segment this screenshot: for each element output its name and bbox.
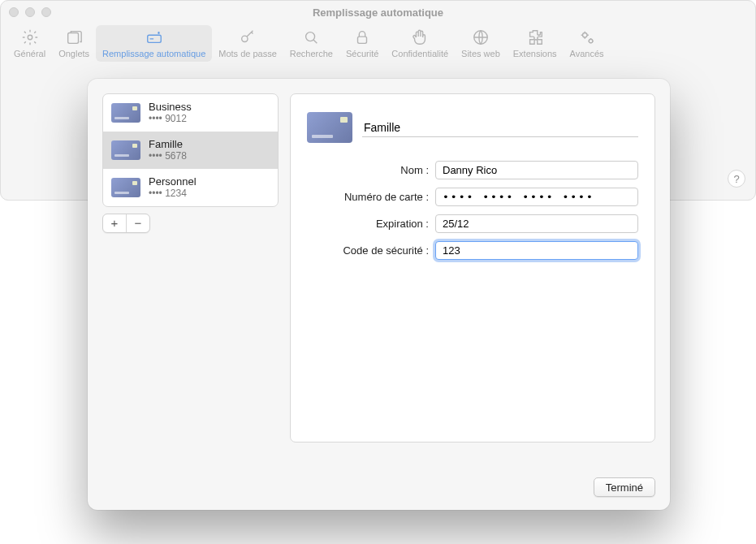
done-button[interactable]: Terminé: [594, 477, 655, 497]
card-title: Famille: [149, 139, 187, 151]
card-list-item-famille[interactable]: Famille •••• 5678: [103, 132, 278, 169]
credit-cards-sheet: Business •••• 9012 Famille •••• 5678 Per…: [88, 79, 670, 510]
credit-card-icon: [111, 140, 140, 160]
credit-card-icon: [307, 112, 352, 143]
card-masked-number: •••• 1234: [149, 188, 197, 200]
card-list-item-business[interactable]: Business •••• 9012: [103, 94, 278, 132]
remove-card-button[interactable]: −: [127, 214, 149, 232]
credit-card-icon: [111, 103, 140, 123]
card-list-item-personnel[interactable]: Personnel •••• 1234: [103, 169, 278, 206]
security-code-field[interactable]: [435, 241, 638, 260]
card-number-label: Numéro de carte :: [307, 191, 429, 203]
card-masked-number: •••• 5678: [149, 151, 187, 162]
card-masked-number: •••• 9012: [149, 114, 192, 125]
add-remove-control: + −: [102, 214, 150, 233]
card-title: Business: [149, 101, 192, 114]
card-list[interactable]: Business •••• 9012 Famille •••• 5678 Per…: [102, 93, 279, 207]
expiration-label: Expiration :: [307, 218, 429, 230]
add-card-button[interactable]: +: [103, 214, 126, 232]
cardholder-name-field[interactable]: [435, 161, 638, 179]
cardholder-name-label: Nom :: [307, 164, 429, 176]
card-detail-panel: Nom : Numéro de carte : Expiration : Cod…: [290, 93, 655, 443]
security-code-label: Code de sécurité :: [307, 244, 429, 257]
card-description-field[interactable]: [362, 118, 638, 137]
card-number-field[interactable]: [435, 188, 638, 206]
card-title: Personnel: [149, 176, 197, 188]
credit-card-icon: [111, 178, 140, 197]
expiration-field[interactable]: [435, 214, 638, 233]
